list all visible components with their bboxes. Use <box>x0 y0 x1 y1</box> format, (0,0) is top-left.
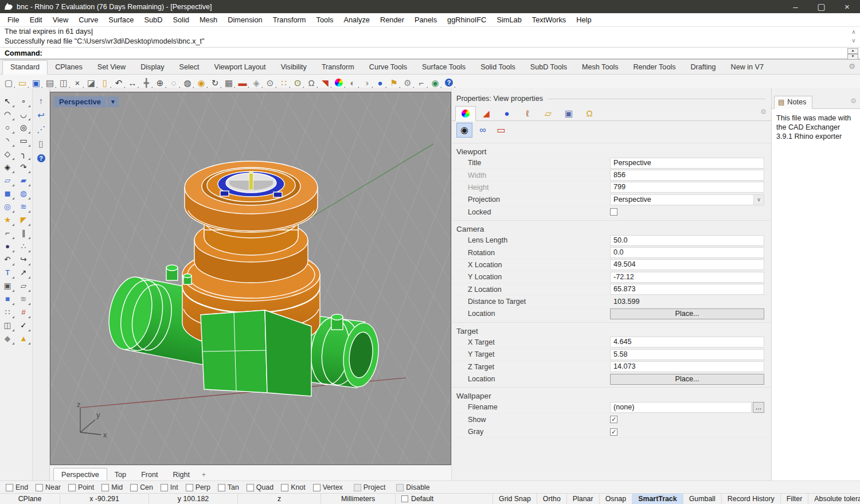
history-scroll[interactable]: ∧ ∨ <box>849 28 858 45</box>
status-gumball[interactable]: Gumball <box>683 494 722 504</box>
status-absolute-tolerance[interactable]: Absolute tolerance: 0.01 <box>808 494 860 504</box>
checkbox[interactable] <box>218 484 225 491</box>
status-record-history[interactable]: Record History <box>722 494 781 504</box>
help-bubble-icon[interactable]: ? <box>34 151 48 165</box>
menu-panels[interactable]: Panels <box>409 14 442 26</box>
layer-tools-icon[interactable]: ◫ <box>0 319 15 332</box>
check-tool-icon[interactable]: ✓ <box>16 319 31 332</box>
tab-set-view[interactable]: Set View <box>90 61 133 74</box>
detail-sphere-tab[interactable]: ● <box>497 106 517 120</box>
notes-tab[interactable]: ▤ Notes <box>774 96 812 109</box>
menu-help[interactable]: Help <box>571 14 596 26</box>
torus-tool-icon[interactable]: ◎ <box>0 200 15 213</box>
history-steps-icon[interactable]: ⋰ <box>34 122 48 136</box>
tab-standard[interactable]: Standard <box>2 60 48 75</box>
viewport-tab-top[interactable]: Top <box>107 468 134 481</box>
links-subtab[interactable]: ∞ <box>475 123 491 138</box>
interpolate-curve-icon[interactable]: ◡ <box>16 108 31 121</box>
spin-down-icon[interactable]: ▼ <box>847 54 858 60</box>
tab-new-in-v7[interactable]: New in V7 <box>724 61 771 74</box>
select-arrow-icon[interactable]: ↖ <box>0 95 15 108</box>
mesh-rock-icon[interactable]: ◆ <box>0 332 15 345</box>
browse-button[interactable]: ... <box>753 402 764 413</box>
status-grid-snap[interactable]: Grid Snap <box>493 494 537 504</box>
tab-visibility[interactable]: Visibility <box>273 61 314 74</box>
solid-union-icon[interactable]: ■ <box>0 292 15 306</box>
minimize-button[interactable]: – <box>783 0 808 13</box>
tab-select[interactable]: Select <box>172 61 207 74</box>
viewport-tab-right[interactable]: Right <box>166 468 197 481</box>
osnap-knot[interactable]: Knot <box>281 483 306 491</box>
adjust-curve-end-icon[interactable]: ↶ <box>0 253 15 266</box>
control-point-curve-icon[interactable]: ◠ <box>0 108 15 121</box>
material-tab[interactable]: ◢ <box>476 106 497 120</box>
checkbox[interactable] <box>610 416 617 423</box>
pyramid-tool-icon[interactable]: ▲ <box>16 332 31 345</box>
tab-display[interactable]: Display <box>133 61 171 74</box>
checkbox[interactable] <box>610 428 617 436</box>
checkbox[interactable] <box>6 484 13 491</box>
checkbox[interactable] <box>130 484 138 491</box>
menu-analyze[interactable]: Analyze <box>338 14 375 26</box>
checkbox[interactable] <box>396 484 404 491</box>
status-cplane[interactable]: CPlane <box>0 494 60 504</box>
tab-render-tools[interactable]: Render Tools <box>626 61 683 74</box>
tab-curve-tools[interactable]: Curve Tools <box>362 61 415 74</box>
text-tool-icon[interactable]: T <box>0 266 15 279</box>
menu-surface[interactable]: Surface <box>103 14 139 26</box>
trash-icon[interactable]: ▯ <box>34 136 48 151</box>
corner-curve-icon[interactable]: ╮ <box>16 147 31 161</box>
osnap-project[interactable]: Project <box>354 483 386 491</box>
revolve-curve-icon[interactable]: ◈ <box>0 161 15 174</box>
status-layer[interactable]: Default <box>396 494 493 504</box>
fillet-edge-icon[interactable]: ⌐ <box>0 226 15 240</box>
point-cloud-icon[interactable]: ∴ <box>16 240 31 253</box>
menu-tools[interactable]: Tools <box>311 14 339 26</box>
menu-solid[interactable]: Solid <box>167 14 194 26</box>
osnap-point[interactable]: Point <box>68 483 94 491</box>
status-z-coordinate[interactable]: z <box>238 494 321 504</box>
place-button[interactable]: Place... <box>610 374 764 385</box>
polygon-tool-icon[interactable]: ◇ <box>0 147 15 161</box>
osnap-disable[interactable]: Disable <box>396 483 429 491</box>
publish-icon[interactable]: ↑ <box>34 93 48 108</box>
solid-box-icon[interactable]: ◼ <box>0 187 15 200</box>
status-y-coordinate[interactable]: y 100.182 <box>149 494 238 504</box>
command-history[interactable]: The trial expires in 61 daysSuccessfully… <box>0 27 860 48</box>
point-tool-icon[interactable]: ∘ <box>16 95 31 108</box>
tab-drafting[interactable]: Drafting <box>683 61 723 74</box>
checkbox[interactable] <box>401 495 408 502</box>
status-planar[interactable]: Planar <box>567 494 600 504</box>
checkbox[interactable] <box>247 484 254 491</box>
viewport-canvas[interactable]: Perspective ▼ <box>50 92 451 465</box>
duplicate-tool-icon[interactable]: ▱ <box>16 279 31 292</box>
screen-tab[interactable]: ▣ <box>558 106 579 120</box>
extract-surface-icon[interactable]: ◤ <box>16 213 31 226</box>
add-viewport-tab[interactable]: + <box>197 468 210 481</box>
viewport-menu-arrow-icon[interactable]: ▼ <box>107 96 119 107</box>
cage-edit-icon[interactable]: ≋ <box>16 200 31 213</box>
menu-transform[interactable]: Transform <box>268 14 311 26</box>
checkbox[interactable] <box>161 484 168 491</box>
osnap-tan[interactable]: Tan <box>218 483 239 491</box>
explode-tool-icon[interactable]: ★ <box>0 213 15 226</box>
block-structure-icon[interactable]: # <box>16 306 31 319</box>
checkbox[interactable] <box>354 484 361 491</box>
arc-tool-icon[interactable]: ◝ <box>0 134 15 147</box>
command-prompt[interactable]: Command: ▲ ▼ <box>0 48 860 60</box>
tab-subd-tools[interactable]: SubD Tools <box>523 61 574 74</box>
checkbox[interactable] <box>313 484 320 491</box>
checkbox[interactable] <box>36 484 43 491</box>
menu-ggrhinoifc[interactable]: ggRhinoIFC <box>442 14 491 26</box>
scroll-up-icon[interactable]: ∧ <box>849 28 858 36</box>
status-smarttrack[interactable]: SmartTrack <box>632 494 683 504</box>
menu-file[interactable]: File <box>2 14 25 26</box>
osnap-perp[interactable]: Perp <box>186 483 210 491</box>
status-units[interactable]: Millimeters <box>321 494 396 504</box>
tab-surface-tools[interactable]: Surface Tools <box>415 61 473 74</box>
checkbox[interactable] <box>281 484 288 491</box>
surface-loft-icon[interactable]: ▰ <box>16 174 31 187</box>
camera-subtab[interactable]: ◉ <box>456 123 472 138</box>
group-tool-icon[interactable]: ▣ <box>0 279 15 292</box>
osnap-near[interactable]: Near <box>36 483 61 491</box>
